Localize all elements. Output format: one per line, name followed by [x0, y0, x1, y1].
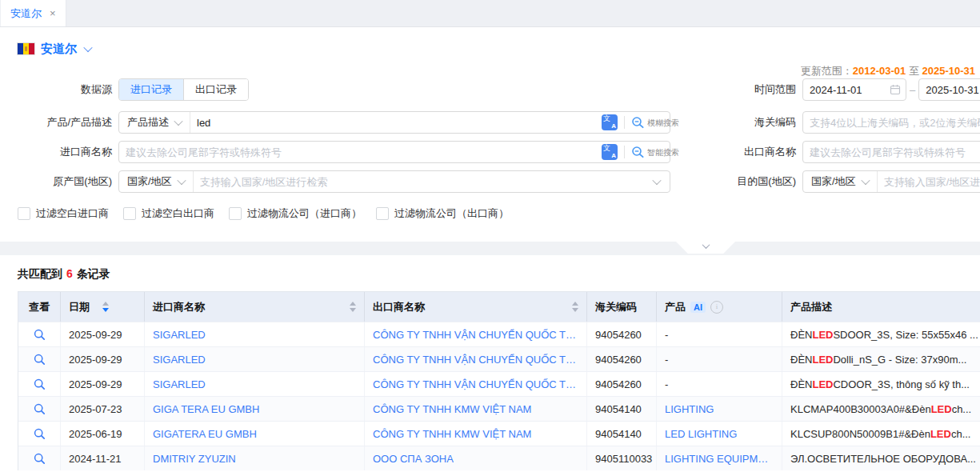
- view-record-button[interactable]: [34, 378, 46, 390]
- search-icon: [631, 116, 645, 130]
- destination-type-value: 国家/地区: [811, 174, 856, 189]
- checkbox[interactable]: [123, 207, 136, 220]
- search-icon: [631, 146, 645, 159]
- chevron-down-icon[interactable]: [83, 43, 92, 52]
- importer-input[interactable]: [119, 146, 602, 158]
- magnifier-icon: [34, 403, 46, 415]
- importer-link[interactable]: DMITRIY ZYUZIN: [153, 453, 236, 465]
- cell-desc: KLCSUP800N50009B1#&Đèn LED ch...: [782, 422, 980, 446]
- hscode-field: [802, 111, 980, 134]
- cell-hs: 94054260: [587, 347, 657, 371]
- exporter-input[interactable]: [802, 141, 980, 163]
- page-title: 安道尔: [41, 42, 77, 57]
- cell-desc: ĐÈN LED Dolli_nS_G - Size: 37x90m...: [782, 347, 980, 371]
- cell-product: -: [657, 322, 782, 346]
- info-icon[interactable]: i: [710, 301, 723, 314]
- divider: [624, 146, 625, 158]
- destination-input[interactable]: [878, 176, 980, 188]
- update-range-start: 2012-03-01: [853, 65, 906, 77]
- exporter-link[interactable]: ООО СПА ЗОНА: [373, 453, 454, 465]
- exporter-link[interactable]: CÔNG TY TNHH KMW VIỆT NAM: [373, 403, 531, 415]
- col-view: 查看: [18, 292, 61, 322]
- magnifier-icon: [34, 329, 46, 341]
- view-record-button[interactable]: [34, 428, 46, 440]
- magnifier-icon: [34, 354, 46, 366]
- product-link[interactable]: LIGHTING EQUIPMENT: [665, 453, 774, 465]
- table-row: 2025-09-29 SIGARLED CÔNG TY TNHH VẬN CHU…: [18, 322, 980, 346]
- keyword-highlight: LED: [812, 378, 833, 390]
- checkbox[interactable]: [376, 207, 389, 220]
- sort-date-control[interactable]: [98, 302, 109, 312]
- filter-logistics-exporter[interactable]: 过滤物流公司（出口商）: [376, 206, 509, 221]
- origin-type-select[interactable]: 国家/地区: [119, 171, 194, 192]
- cell-product: -: [657, 347, 782, 371]
- exporter-link[interactable]: CÔNG TY TNHH KMW VIỆT NAM: [373, 428, 531, 440]
- cell-date: 2024-11-21: [61, 446, 145, 470]
- product-label: 产品/产品描述: [0, 115, 112, 130]
- view-record-button[interactable]: [34, 453, 46, 465]
- chevron-down-icon: [177, 176, 186, 185]
- filter-checkbox-row: 过滤空白进口商 过滤空白出口商 过滤物流公司（进口商） 过滤物流公司（出口商）: [18, 206, 509, 221]
- cell-date: 2025-09-29: [61, 372, 145, 396]
- product-type-select[interactable]: 产品描述: [119, 112, 190, 133]
- importer-link[interactable]: SIGARLED: [153, 354, 206, 366]
- tab-title: 安道尔: [10, 6, 42, 21]
- destination-type-select[interactable]: 国家/地区: [803, 171, 878, 192]
- importer-link[interactable]: GIGA TERA EU GMBH: [153, 403, 259, 415]
- cell-hs: 9405110033: [587, 446, 657, 470]
- translate-icon[interactable]: 文 A: [602, 114, 618, 130]
- hscode-input[interactable]: [802, 111, 980, 134]
- keyword-highlight: LED: [812, 329, 833, 341]
- importer-link[interactable]: SIGARLED: [153, 378, 206, 390]
- view-record-button[interactable]: [34, 403, 46, 415]
- datasource-label: 数据源: [0, 82, 112, 97]
- cell-date: 2025-06-19: [61, 422, 145, 446]
- checkbox[interactable]: [18, 207, 30, 220]
- update-range-to: 至: [909, 65, 919, 77]
- col-importer: 进口商名称: [145, 292, 365, 322]
- fuzzy-search-label: 模糊搜索: [647, 118, 665, 127]
- ai-badge: AI: [690, 302, 706, 313]
- cell-product: -: [657, 372, 782, 396]
- table-row: 2024-11-21 DMITRIY ZYUZIN ООО СПА ЗОНА 9…: [18, 446, 980, 470]
- keyword-highlight: LED: [931, 403, 952, 415]
- tab-export-records[interactable]: 出口记录: [183, 79, 248, 100]
- fuzzy-search-button[interactable]: 模糊搜索: [631, 116, 670, 130]
- translate-icon[interactable]: 文 A: [602, 144, 618, 160]
- view-record-button[interactable]: [34, 354, 46, 366]
- cell-date: 2025-09-29: [61, 322, 145, 346]
- tab-andorra[interactable]: 安道尔 ×: [1, 0, 66, 26]
- product-search-input[interactable]: [190, 117, 602, 129]
- cell-desc: KLCMAP400B30003A0#&Đèn LED ch...: [782, 397, 980, 421]
- tab-import-records[interactable]: 进口记录: [119, 79, 183, 100]
- product-link[interactable]: LED LIGHTING: [665, 428, 737, 440]
- importer-link[interactable]: GIGATERA EU GMBH: [153, 428, 257, 440]
- update-range: 更新范围：2012-03-01 至 2025-10-31: [801, 64, 975, 78]
- importer-link[interactable]: SIGARLED: [153, 329, 206, 341]
- close-icon[interactable]: ×: [50, 7, 56, 19]
- collapse-panel-button[interactable]: [676, 242, 735, 254]
- filter-logistics-importer[interactable]: 过滤物流公司（进口商）: [229, 206, 362, 221]
- filter-blank-exporter[interactable]: 过滤空白出口商: [123, 206, 214, 221]
- exporter-link[interactable]: CÔNG TY TNHH VẬN CHUYỂN QUỐC TẾ TI...: [373, 378, 578, 390]
- date-end-input[interactable]: [918, 78, 980, 101]
- view-record-button[interactable]: [34, 329, 46, 341]
- sort-importer-control[interactable]: [345, 302, 356, 312]
- origin-combo: 国家/地区: [118, 170, 670, 193]
- smart-search-button[interactable]: 智能搜索: [631, 146, 670, 159]
- tab-strip: 安道尔 ×: [0, 0, 980, 27]
- exporter-link[interactable]: CÔNG TY TNHH VẬN CHUYỂN QUỐC TẾ TI...: [373, 354, 578, 366]
- andorra-flag-icon: [18, 43, 34, 54]
- filter-blank-importer[interactable]: 过滤空白进口商: [18, 206, 109, 221]
- datasource-segmented: 进口记录 出口记录: [118, 78, 249, 101]
- exporter-link[interactable]: CÔNG TY TNHH VẬN CHUYỂN QUỐC TẾ TI...: [373, 329, 578, 341]
- col-date: 日期: [61, 292, 145, 322]
- sort-exporter-control[interactable]: [567, 302, 578, 312]
- date-start-wrap: [802, 78, 906, 101]
- table-row: 2025-09-29 SIGARLED CÔNG TY TNHH VẬN CHU…: [18, 371, 980, 396]
- origin-input[interactable]: [194, 176, 654, 188]
- checkbox[interactable]: [229, 207, 242, 220]
- product-link[interactable]: LIGHTING: [665, 403, 714, 415]
- keyword-highlight: LED: [930, 428, 951, 440]
- chevron-down-icon: [174, 117, 182, 126]
